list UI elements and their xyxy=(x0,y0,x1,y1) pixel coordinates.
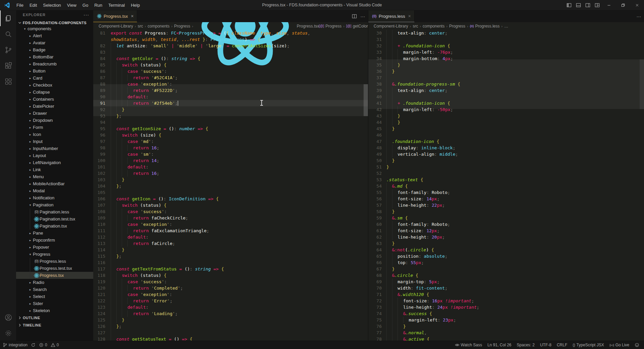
menu-selection[interactable]: Selection xyxy=(40,0,64,10)
tree-item-mobileactionbar[interactable]: ▸MobileActionBar xyxy=(16,180,93,187)
code-line[interactable]: 122return 'Error'; xyxy=(93,298,368,304)
code-line[interactable]: 110case 'exception': xyxy=(93,221,368,228)
code-line[interactable]: 54&.md { xyxy=(368,183,644,189)
code-line[interactable]: 121case 'exception': xyxy=(93,291,368,298)
statusbar-sync[interactable] xyxy=(31,343,36,347)
code-line[interactable]: 81export const Progress: FC<ProgressProp… xyxy=(93,30,368,36)
tree-item-card[interactable]: ▸Card xyxy=(16,74,93,82)
activitybar-extensions[interactable] xyxy=(0,58,16,73)
tree-item-form[interactable]: ▸Form xyxy=(16,124,93,131)
code-line[interactable]: 109return faCheckCircle; xyxy=(93,215,368,221)
code-line[interactable]: 77&.normal, xyxy=(368,330,644,336)
code-line[interactable]: 61font-size: 12px; xyxy=(368,228,644,234)
ellipsis-icon[interactable]: ··· xyxy=(636,14,641,19)
tree-item-sider[interactable]: ▸Sider xyxy=(16,300,93,307)
tree-item-breadcrumb[interactable]: ▸Breadcrumb xyxy=(16,60,93,67)
code-line[interactable]: 78&.active { xyxy=(368,336,644,341)
code-line[interactable]: 50} xyxy=(368,157,644,164)
code-line[interactable]: 51} xyxy=(368,164,644,170)
code-line[interactable]: 52 xyxy=(368,170,644,177)
code-line[interactable]: 71&.width120 { xyxy=(368,291,644,298)
tree-item-modal[interactable]: ▸Modal xyxy=(16,187,93,194)
tree-item-progress[interactable]: ▾Progress xyxy=(16,251,93,258)
statusbar-utf-8[interactable]: UTF-8 xyxy=(540,343,551,347)
breadcrumb-item[interactable]: Component-Library xyxy=(374,24,408,29)
split-editor-icon[interactable] xyxy=(352,14,357,19)
tree-item-popconfirm[interactable]: ▸Popconfirm xyxy=(16,237,93,244)
code-line[interactable]: 56font-size: 14px; xyxy=(368,196,644,202)
tree-item-checkbox[interactable]: ▸Checkbox xyxy=(16,82,93,89)
menu-help[interactable]: Help xyxy=(128,0,143,10)
code-line[interactable]: 99case 'sm': xyxy=(93,151,368,157)
code-line[interactable]: 55font-family: Roboto; xyxy=(368,189,644,196)
breadcrumb-item[interactable]: components xyxy=(148,24,169,29)
tree-item-radio[interactable]: ▸Radio xyxy=(16,279,93,286)
layout-sidebar-left-button[interactable] xyxy=(564,0,574,10)
menu-terminal[interactable]: Terminal xyxy=(105,0,128,10)
code-line[interactable]: 57line-height: 22px; xyxy=(368,202,644,208)
tree-item-popover[interactable]: ▸Popover xyxy=(16,244,93,251)
code-line[interactable]: 124return 'Loading'; xyxy=(93,310,368,317)
code-line[interactable]: 86case 'success': xyxy=(93,68,368,74)
statusbar-watch-sass[interactable]: Watch Sass xyxy=(455,343,482,347)
code-line[interactable]: 119case 'success': xyxy=(93,279,368,285)
tree-item-avatar[interactable]: ▸Avatar xyxy=(16,39,93,46)
activitybar-source-control[interactable] xyxy=(0,42,16,58)
layout-sidebar-right-button[interactable] xyxy=(583,0,592,10)
code-line[interactable]: 94 xyxy=(93,119,368,126)
code-line[interactable]: 47.foundation-icon { xyxy=(368,138,644,145)
code-editor[interactable]: 30text-align: center;3132+ .foundation-i… xyxy=(368,30,644,341)
layout-customize-button[interactable] xyxy=(592,0,602,10)
code-line[interactable]: 48display: inline-block; xyxy=(368,145,644,151)
menu-view[interactable]: View xyxy=(64,0,79,10)
statusbar-spaces-2[interactable]: Spaces: 2 xyxy=(517,343,535,347)
tree-item-collapse[interactable]: ▸Collapse xyxy=(16,89,93,96)
close-button[interactable] xyxy=(630,0,644,10)
code-line[interactable]: 65position: absolute; xyxy=(368,253,644,259)
scrollbar-slider[interactable] xyxy=(640,59,644,109)
code-line[interactable]: 125} xyxy=(93,317,368,323)
code-line[interactable]: 53.status-text { xyxy=(368,177,644,183)
minimize-button[interactable] xyxy=(602,0,616,10)
code-line[interactable]: 120return 'Completed'; xyxy=(93,285,368,291)
workspace-section-header[interactable]: FDS.FOUNDATION-COMPONENTS xyxy=(16,19,93,27)
restore-button[interactable] xyxy=(616,0,630,10)
code-editor[interactable]: 81export const Progress: FC<ProgressProp… xyxy=(93,30,368,341)
tree-item-icon[interactable]: ▸Icon xyxy=(16,131,93,138)
tree-item-alert[interactable]: ▸Alert xyxy=(16,32,93,39)
tree-item-skeleton[interactable]: ▸Skeleton xyxy=(16,307,93,314)
code-line[interactable]: 87return '#52C41A'; xyxy=(93,74,368,81)
code-line[interactable]: 62line-height: 20px; xyxy=(368,234,644,240)
tree-item-inputnumber[interactable]: ▸InputNumber xyxy=(16,145,93,152)
ellipsis-icon[interactable]: ··· xyxy=(360,14,365,19)
code-line[interactable]: 76} xyxy=(368,323,644,330)
code-line[interactable]: 97case 'md': xyxy=(93,138,368,145)
tab-progress.less[interactable]: {0}Progress.less× xyxy=(368,10,415,22)
tree-item-select[interactable]: ▸Select xyxy=(16,293,93,300)
code-line[interactable]: 118switch (status) { xyxy=(93,272,368,279)
code-line[interactable]: 82let antSize: 'small' | 'middle' | 'lar… xyxy=(93,43,368,49)
code-line[interactable]: 106const getIcon = (): IconDefinition =>… xyxy=(93,196,368,202)
tree-item-drawer[interactable]: ▸Drawer xyxy=(16,110,93,117)
menu-edit[interactable]: Edit xyxy=(26,0,40,10)
tree-item-pane[interactable]: ▸Pane xyxy=(16,230,93,237)
statusbar-ln-91-col-26[interactable]: Ln 91, Col 26 xyxy=(487,343,511,347)
close-icon[interactable]: × xyxy=(408,13,411,19)
tree-item-datepicker[interactable]: ▸DatePicker xyxy=(16,103,93,110)
code-line[interactable]: 30text-align: center; xyxy=(368,30,644,36)
code-line[interactable]: 58} xyxy=(368,208,644,215)
statusbar-integration[interactable]: integration xyxy=(3,343,28,347)
section-timeline[interactable]: TIMELINE xyxy=(16,321,93,329)
tab-progress.tsx[interactable]: Progress.tsx× xyxy=(93,10,137,22)
code-line[interactable]: 111return faExclamationTriangle; xyxy=(93,228,368,234)
tree-item-badge[interactable]: ▸Badge xyxy=(16,46,93,53)
code-line[interactable]: 101default: xyxy=(93,164,368,170)
layout-panel-button[interactable] xyxy=(574,0,583,10)
code-line[interactable]: 117const getTextFromStatus = (): string … xyxy=(93,266,368,272)
code-line[interactable]: 126}; xyxy=(93,323,368,330)
tree-item-menu[interactable]: ▸Menu xyxy=(16,173,93,180)
code-line[interactable]: 102return 16; xyxy=(93,170,368,177)
tree-item-progress.less[interactable]: {0}Progress.less xyxy=(16,258,93,265)
tree-item-input[interactable]: ▸Input xyxy=(16,138,93,145)
statusbar-typescript-jsx[interactable]: {}TypeScript JSX xyxy=(573,343,604,347)
